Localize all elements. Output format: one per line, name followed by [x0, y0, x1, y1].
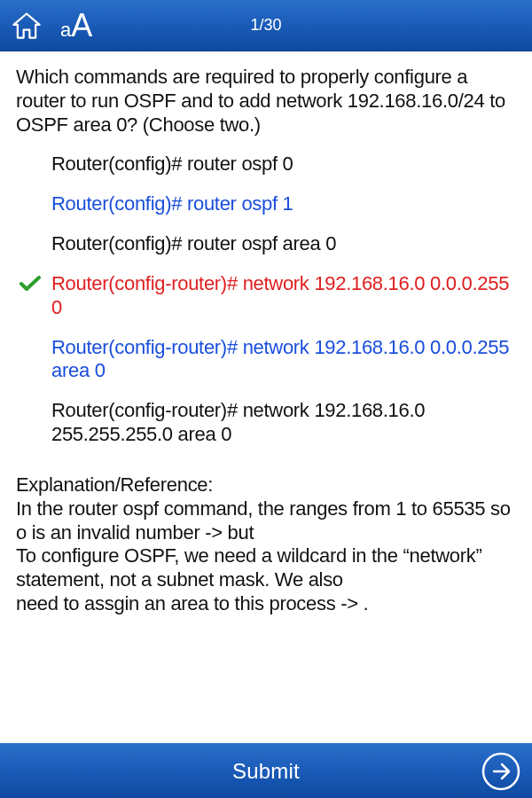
font-size-icon[interactable]: aA [60, 7, 92, 44]
answer-option[interactable]: Router(config-router)# network 192.168.1… [51, 399, 516, 447]
header-bar: aA 1/30 [0, 0, 532, 51]
home-icon[interactable] [9, 8, 44, 43]
submit-button[interactable]: Submit [232, 759, 300, 784]
explanation-text: Explanation/Reference:In the router ospf… [16, 473, 516, 616]
check-icon [20, 274, 41, 290]
answer-option[interactable]: Router(config)# router ospf area 0 [51, 232, 516, 256]
question-text: Which commands are required to properly … [16, 66, 516, 137]
next-arrow-icon[interactable] [481, 751, 521, 792]
answer-text: Router(config)# router ospf 0 [51, 153, 293, 175]
answer-text: Router(config)# router ospf 1 [51, 192, 293, 215]
answer-text: Router(config-router)# network 192.168.1… [51, 272, 509, 318]
answer-option[interactable]: Router(config)# router ospf 0 [51, 153, 516, 176]
content-area: Which commands are required to properly … [0, 51, 532, 743]
answers-list: Router(config)# router ospf 0Router(conf… [16, 153, 516, 446]
question-counter: 1/30 [250, 16, 281, 35]
answer-text: Router(config-router)# network 192.168.1… [51, 399, 425, 445]
answer-option[interactable]: Router(config-router)# network 192.168.1… [51, 272, 516, 320]
answer-text: Router(config)# router ospf area 0 [51, 232, 336, 254]
answer-option[interactable]: Router(config)# router ospf 1 [51, 192, 516, 216]
answer-text: Router(config-router)# network 192.168.1… [51, 336, 509, 382]
footer-bar: Submit [0, 743, 532, 798]
answer-option[interactable]: Router(config-router)# network 192.168.1… [51, 336, 516, 384]
